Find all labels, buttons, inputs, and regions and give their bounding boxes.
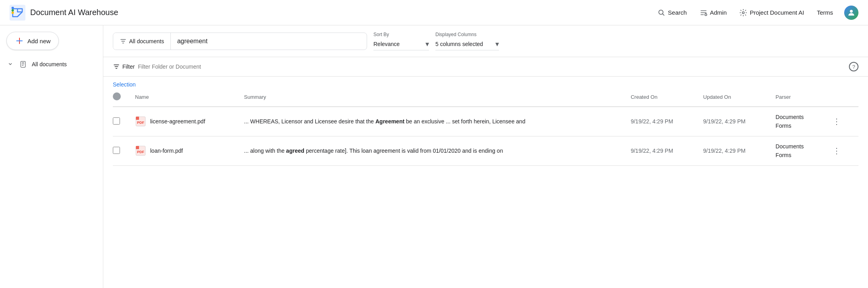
- logo-area: Document AI Warehouse: [10, 5, 118, 21]
- header-checkbox[interactable]: [113, 92, 121, 100]
- row1-summary-prefix: ... WHEREAS, Licensor and Licensee desir…: [244, 118, 375, 125]
- row1-summary-cell: ... WHEREAS, Licensor and Licensee desir…: [238, 107, 624, 136]
- row2-parser: Documents Forms: [769, 136, 823, 165]
- pdf-icon: PDF: [135, 116, 146, 127]
- gear-icon: [739, 9, 747, 17]
- row2-created-on: 9/19/22, 4:29 PM: [624, 136, 697, 165]
- expand-icon: [6, 60, 14, 68]
- selection-link[interactable]: Selection: [113, 81, 136, 88]
- sidebar: Add new All documents: [0, 25, 103, 288]
- svg-rect-20: [136, 146, 139, 149]
- row2-checkbox-cell: [113, 136, 129, 165]
- row2-filename: loan-form.pdf: [150, 148, 183, 154]
- svg-point-6: [705, 13, 707, 15]
- row1-summary: ... WHEREAS, Licensor and Licensee desir…: [244, 118, 525, 125]
- filter-button[interactable]: Filter: [113, 63, 135, 70]
- row1-more-button[interactable]: ⋮: [829, 115, 844, 128]
- sort-by-value: Relevance: [373, 41, 422, 47]
- row1-checkbox[interactable]: [113, 117, 120, 125]
- documents-table: Name Summary Created On Updated On Parse…: [113, 88, 858, 166]
- th-name: Name: [129, 88, 238, 107]
- add-new-label: Add new: [27, 38, 50, 44]
- table-row: PDF loan-form.pdf ... along with the agr…: [113, 136, 858, 165]
- svg-point-8: [742, 12, 744, 13]
- columns-chevron-down-icon: ▾: [495, 40, 499, 48]
- row1-parser-line1: Documents: [775, 114, 804, 120]
- table-row: PDF license-agreement.pdf ... WHEREAS, L…: [113, 107, 858, 136]
- displayed-columns-select[interactable]: 5 columns selected ▾: [435, 38, 499, 50]
- sidebar-item-all-documents[interactable]: All documents: [0, 56, 97, 72]
- add-new-button[interactable]: Add new: [6, 32, 59, 50]
- search-input[interactable]: [171, 33, 367, 50]
- terms-nav-item[interactable]: Terms: [812, 6, 838, 19]
- user-avatar[interactable]: [844, 6, 858, 20]
- th-checkbox: [113, 88, 129, 107]
- row1-file-cell: PDF license-agreement.pdf: [135, 116, 231, 127]
- avatar-image: [844, 6, 858, 20]
- filter-btn-label: All documents: [129, 38, 164, 44]
- search-icon: [657, 9, 665, 17]
- svg-point-9: [850, 10, 853, 12]
- svg-rect-16: [136, 117, 139, 120]
- search-input-wrapper: All documents: [113, 33, 367, 50]
- project-nav-item[interactable]: Project Document AI: [735, 6, 809, 20]
- filter-label: Filter: [122, 63, 135, 70]
- row2-summary-bold: agreed: [286, 148, 304, 154]
- row2-more-button[interactable]: ⋮: [829, 144, 844, 157]
- admin-nav-item[interactable]: Admin: [695, 6, 732, 20]
- row2-summary-prefix: ... along with the: [244, 148, 286, 154]
- svg-text:PDF: PDF: [137, 121, 145, 125]
- svg-point-2: [12, 9, 14, 12]
- admin-nav-label: Admin: [710, 9, 727, 16]
- svg-text:PDF: PDF: [137, 150, 145, 154]
- app-title: Document AI Warehouse: [30, 8, 118, 17]
- table-header: Name Summary Created On Updated On Parse…: [113, 88, 858, 107]
- row1-actions-cell: ⋮: [823, 107, 858, 136]
- avatar-person-icon: [847, 8, 856, 17]
- document-icon: [19, 60, 27, 68]
- sort-by-label: Sort By: [373, 32, 429, 37]
- sort-by-wrapper: Sort By Relevance ▾: [373, 32, 429, 50]
- row1-summary-bold: Agreement: [375, 118, 404, 125]
- filter-input[interactable]: [138, 63, 846, 70]
- row2-actions-cell: ⋮: [823, 136, 858, 165]
- row1-summary-suffix: be an exclusive ... set forth herein, Li…: [404, 118, 525, 125]
- filter-lines-icon: [120, 38, 127, 45]
- filter-icon: [113, 63, 120, 70]
- app-layout: Add new All documents All documents: [0, 25, 868, 288]
- row1-name-cell: PDF license-agreement.pdf: [129, 107, 238, 136]
- th-updated-on: Updated On: [697, 88, 769, 107]
- project-nav-label: Project Document AI: [750, 9, 804, 16]
- displayed-columns-value: 5 columns selected: [435, 41, 492, 47]
- row2-parser-line1: Documents: [775, 143, 804, 150]
- row2-checkbox[interactable]: [113, 147, 120, 154]
- sort-chevron-down-icon: ▾: [425, 40, 429, 48]
- filter-bar: Filter ?: [103, 57, 868, 77]
- th-created-on: Created On: [624, 88, 697, 107]
- row2-updated-on: 9/19/22, 4:29 PM: [697, 136, 769, 165]
- sort-by-select[interactable]: Relevance ▾: [373, 38, 429, 50]
- app-header: Document AI Warehouse Search Admin Proje…: [0, 0, 868, 25]
- row2-file-cell: PDF loan-form.pdf: [135, 145, 231, 156]
- search-nav-label: Search: [668, 9, 687, 16]
- all-documents-filter-button[interactable]: All documents: [113, 33, 171, 50]
- row2-summary-suffix: percentage rate]. This loan agreement is…: [304, 148, 503, 154]
- row2-summary-cell: ... along with the agreed percentage rat…: [238, 136, 624, 165]
- row2-parser-line2: Forms: [775, 152, 791, 158]
- row1-parser-line2: Forms: [775, 123, 791, 129]
- row1-filename: license-agreement.pdf: [150, 118, 205, 125]
- all-documents-label: All documents: [32, 61, 67, 67]
- documents-table-wrap: Name Summary Created On Updated On Parse…: [103, 88, 868, 166]
- row1-created-on: 9/19/22, 4:29 PM: [624, 107, 697, 136]
- help-icon[interactable]: ?: [849, 62, 858, 71]
- help-text: ?: [852, 64, 855, 70]
- pdf-icon: PDF: [135, 145, 146, 156]
- th-summary: Summary: [238, 88, 624, 107]
- th-actions: [823, 88, 858, 107]
- row2-summary: ... along with the agreed percentage rat…: [244, 148, 503, 154]
- svg-point-3: [12, 12, 14, 14]
- row1-parser: Documents Forms: [769, 107, 823, 136]
- main-content: All documents Sort By Relevance ▾ Displa…: [103, 25, 868, 288]
- app-logo-icon: [10, 5, 25, 21]
- search-nav-item[interactable]: Search: [653, 6, 692, 20]
